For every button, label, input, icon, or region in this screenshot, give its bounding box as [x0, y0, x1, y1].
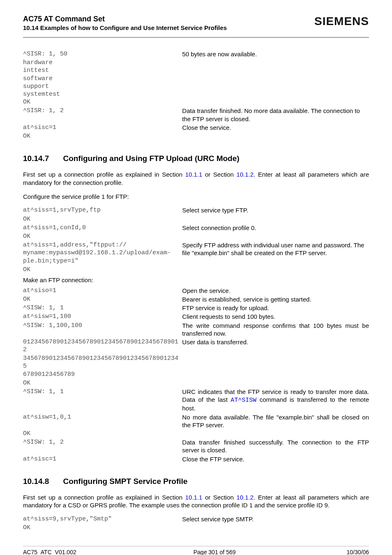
comment-line: User data is transferred.: [182, 338, 369, 346]
footer-rule: [23, 546, 369, 546]
footer-right: 10/30/06: [347, 549, 369, 555]
page-footer: AC75_ATC_V01.002 Confidential / Released…: [23, 549, 369, 555]
code-block: at^siss=1,address,"ftpput:// myname:mypa…: [23, 241, 182, 265]
body-paragraph: First set up a connection profile as exp…: [23, 493, 369, 510]
comment-line: Data transfer finished successfully. The…: [182, 438, 369, 454]
comment-line: Close the FTP service.: [182, 455, 369, 463]
footer-center: Page 301 of 569: [194, 549, 236, 555]
code-block: 3456789012345678901234567890123456789012…: [23, 355, 182, 378]
code-line: at^siss=1,srvType,ftp: [23, 206, 182, 214]
brand-logo: SIEMENS: [314, 15, 369, 28]
section-link[interactable]: 10.1.1: [185, 494, 203, 501]
code-line: at^siss=1,conId,0: [23, 224, 182, 232]
code-line: OK: [23, 295, 182, 303]
body-paragraph: First set up a connection profile as exp…: [23, 170, 369, 187]
comment-line: Open the service.: [182, 287, 369, 295]
section-heading: 10.14.7 Configuring and Using FTP Upload…: [23, 154, 369, 163]
comment-line: Select service type SMTP.: [182, 515, 369, 523]
comment-line: Bearer is established, service is gettin…: [182, 295, 369, 303]
code-line: at^sisc=1: [23, 124, 182, 131]
body-paragraph: Configure the service profile 1 for FTP:: [23, 193, 369, 201]
code-line: OK: [23, 379, 182, 387]
code-line: OK: [23, 266, 182, 274]
code-line: OK: [23, 215, 182, 223]
code-line: ^SISR: 1, 50: [23, 50, 182, 58]
comment-line: Select service type FTP.: [182, 206, 369, 214]
code-line: OK: [23, 233, 182, 240]
comment-line: Close the service.: [182, 124, 369, 131]
section-link[interactable]: 10.1.1: [185, 171, 203, 178]
section-link[interactable]: 10.1.2: [236, 494, 254, 501]
section-heading: 10.14.8 Configuring SMPT Service Profile: [23, 477, 369, 486]
body-paragraph: Make an FTP connection:: [23, 276, 369, 284]
code-line: ^SISW: 1,100,100: [23, 322, 182, 329]
code-line: ^SISW: 1, 1: [23, 304, 182, 312]
section-number: 10.14.8: [23, 477, 49, 486]
code-line: ^SISW: 1, 1: [23, 388, 182, 396]
code-line: 0123456789012345678901234567890123456789…: [23, 338, 182, 354]
section-link[interactable]: 10.1.2: [236, 171, 254, 178]
comment-line: FTP service is ready for upload.: [182, 304, 369, 312]
section-title: Configuring SMPT Service Profile: [63, 477, 187, 486]
comment-line: URC indicates that the FTP service is re…: [182, 388, 369, 412]
header-rule: [23, 37, 369, 38]
inline-code: AT^SISW: [231, 397, 256, 404]
doc-subtitle: 10.14 Examples of how to Configure and U…: [23, 24, 227, 31]
code-line: OK: [23, 430, 182, 438]
comment-line: No more data available. The file "exampl…: [182, 413, 369, 429]
code-line: ^SISW: 1, 2: [23, 438, 182, 446]
header-left: AC75 AT Command Set 10.14 Examples of ho…: [23, 15, 227, 31]
section-number: 10.14.7: [23, 154, 49, 163]
code-line: OK: [23, 132, 182, 140]
footer-left: AC75_ATC_V01.002 Confidential / Released: [23, 549, 83, 555]
code-line: at^siss=9,srvType,"Smtp": [23, 515, 182, 523]
code-block: hardware inttest software support system…: [23, 59, 182, 106]
page-header: AC75 AT Command Set 10.14 Examples of ho…: [23, 15, 369, 38]
section-title: Configuring and Using FTP Upload (URC Mo…: [63, 154, 239, 163]
comment-line: Specify FTP address with individual user…: [182, 241, 369, 257]
code-line: at^sisw=1,0,1: [23, 413, 182, 421]
code-line: at^siso=1: [23, 287, 182, 295]
code-line: at^sisw=1,100: [23, 313, 182, 320]
code-line: at^sisc=1: [23, 455, 182, 463]
comment-line: Data transfer finished. No more data ava…: [182, 107, 369, 122]
comment-line: Select connection profile 0.: [182, 224, 369, 232]
comment-line: The write command response confirms that…: [182, 322, 369, 337]
comment-line: 50 bytes are now available.: [182, 50, 369, 58]
code-line: ^SISR: 1, 2: [23, 107, 182, 115]
comment-line: Client requests to send 100 bytes.: [182, 313, 369, 320]
code-line: OK: [23, 524, 182, 532]
doc-title: AC75 AT Command Set: [23, 15, 227, 23]
